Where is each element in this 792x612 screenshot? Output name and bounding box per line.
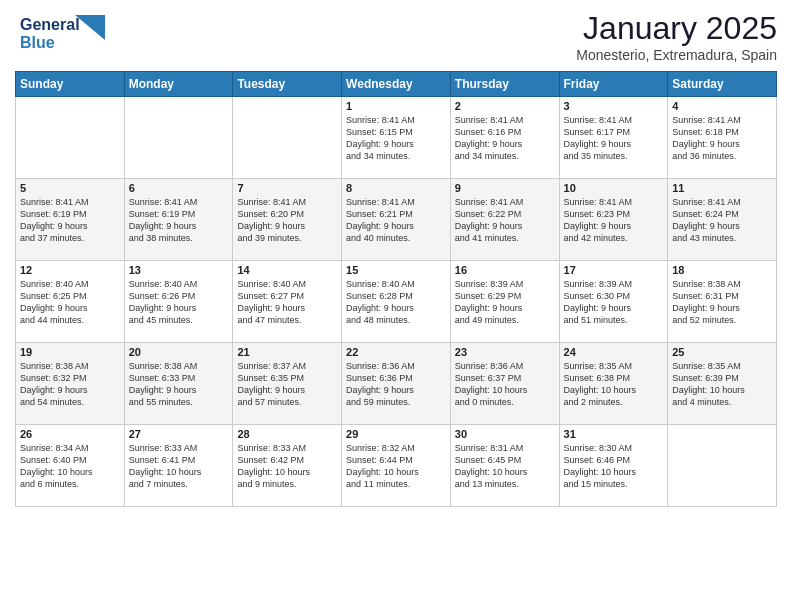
day-info: Sunrise: 8:38 AM Sunset: 6:31 PM Dayligh… xyxy=(672,278,772,327)
day-number: 8 xyxy=(346,182,446,194)
day-info: Sunrise: 8:39 AM Sunset: 6:29 PM Dayligh… xyxy=(455,278,555,327)
header-day: Thursday xyxy=(450,72,559,97)
day-info: Sunrise: 8:41 AM Sunset: 6:17 PM Dayligh… xyxy=(564,114,664,163)
day-number: 24 xyxy=(564,346,664,358)
day-info: Sunrise: 8:37 AM Sunset: 6:35 PM Dayligh… xyxy=(237,360,337,409)
day-info: Sunrise: 8:36 AM Sunset: 6:36 PM Dayligh… xyxy=(346,360,446,409)
day-number: 7 xyxy=(237,182,337,194)
day-info: Sunrise: 8:40 AM Sunset: 6:28 PM Dayligh… xyxy=(346,278,446,327)
day-number: 19 xyxy=(20,346,120,358)
main-container: General Blue January 2025 Monesterio, Ex… xyxy=(0,0,792,512)
day-number: 10 xyxy=(564,182,664,194)
calendar-day: 12Sunrise: 8:40 AM Sunset: 6:25 PM Dayli… xyxy=(16,261,125,343)
calendar-day: 19Sunrise: 8:38 AM Sunset: 6:32 PM Dayli… xyxy=(16,343,125,425)
calendar-day: 15Sunrise: 8:40 AM Sunset: 6:28 PM Dayli… xyxy=(342,261,451,343)
day-number: 5 xyxy=(20,182,120,194)
calendar-day: 14Sunrise: 8:40 AM Sunset: 6:27 PM Dayli… xyxy=(233,261,342,343)
day-number: 6 xyxy=(129,182,229,194)
calendar-day: 20Sunrise: 8:38 AM Sunset: 6:33 PM Dayli… xyxy=(124,343,233,425)
calendar-day: 4Sunrise: 8:41 AM Sunset: 6:18 PM Daylig… xyxy=(668,97,777,179)
calendar-day: 3Sunrise: 8:41 AM Sunset: 6:17 PM Daylig… xyxy=(559,97,668,179)
calendar-day: 16Sunrise: 8:39 AM Sunset: 6:29 PM Dayli… xyxy=(450,261,559,343)
day-info: Sunrise: 8:41 AM Sunset: 6:22 PM Dayligh… xyxy=(455,196,555,245)
day-number: 1 xyxy=(346,100,446,112)
calendar-day: 23Sunrise: 8:36 AM Sunset: 6:37 PM Dayli… xyxy=(450,343,559,425)
calendar-day: 27Sunrise: 8:33 AM Sunset: 6:41 PM Dayli… xyxy=(124,425,233,507)
calendar-subtitle: Monesterio, Extremadura, Spain xyxy=(576,47,777,63)
header: General Blue January 2025 Monesterio, Ex… xyxy=(15,10,777,63)
day-info: Sunrise: 8:41 AM Sunset: 6:19 PM Dayligh… xyxy=(129,196,229,245)
day-info: Sunrise: 8:41 AM Sunset: 6:15 PM Dayligh… xyxy=(346,114,446,163)
day-number: 17 xyxy=(564,264,664,276)
day-info: Sunrise: 8:38 AM Sunset: 6:33 PM Dayligh… xyxy=(129,360,229,409)
calendar-day: 13Sunrise: 8:40 AM Sunset: 6:26 PM Dayli… xyxy=(124,261,233,343)
calendar-title: January 2025 xyxy=(576,10,777,47)
calendar-day xyxy=(233,97,342,179)
calendar-day xyxy=(16,97,125,179)
calendar-day: 17Sunrise: 8:39 AM Sunset: 6:30 PM Dayli… xyxy=(559,261,668,343)
calendar-day xyxy=(668,425,777,507)
header-day: Monday xyxy=(124,72,233,97)
day-number: 11 xyxy=(672,182,772,194)
day-number: 30 xyxy=(455,428,555,440)
title-section: January 2025 Monesterio, Extremadura, Sp… xyxy=(576,10,777,63)
day-info: Sunrise: 8:41 AM Sunset: 6:16 PM Dayligh… xyxy=(455,114,555,163)
day-info: Sunrise: 8:35 AM Sunset: 6:38 PM Dayligh… xyxy=(564,360,664,409)
calendar-day: 8Sunrise: 8:41 AM Sunset: 6:21 PM Daylig… xyxy=(342,179,451,261)
calendar-day: 25Sunrise: 8:35 AM Sunset: 6:39 PM Dayli… xyxy=(668,343,777,425)
day-number: 15 xyxy=(346,264,446,276)
day-info: Sunrise: 8:33 AM Sunset: 6:42 PM Dayligh… xyxy=(237,442,337,491)
day-number: 13 xyxy=(129,264,229,276)
calendar-day: 5Sunrise: 8:41 AM Sunset: 6:19 PM Daylig… xyxy=(16,179,125,261)
calendar-day: 24Sunrise: 8:35 AM Sunset: 6:38 PM Dayli… xyxy=(559,343,668,425)
day-info: Sunrise: 8:40 AM Sunset: 6:26 PM Dayligh… xyxy=(129,278,229,327)
day-info: Sunrise: 8:36 AM Sunset: 6:37 PM Dayligh… xyxy=(455,360,555,409)
svg-text:Blue: Blue xyxy=(20,34,55,51)
calendar-day: 22Sunrise: 8:36 AM Sunset: 6:36 PM Dayli… xyxy=(342,343,451,425)
day-number: 9 xyxy=(455,182,555,194)
calendar-day: 9Sunrise: 8:41 AM Sunset: 6:22 PM Daylig… xyxy=(450,179,559,261)
day-info: Sunrise: 8:41 AM Sunset: 6:19 PM Dayligh… xyxy=(20,196,120,245)
day-info: Sunrise: 8:41 AM Sunset: 6:20 PM Dayligh… xyxy=(237,196,337,245)
day-number: 28 xyxy=(237,428,337,440)
calendar-day: 11Sunrise: 8:41 AM Sunset: 6:24 PM Dayli… xyxy=(668,179,777,261)
day-number: 4 xyxy=(672,100,772,112)
calendar-day: 31Sunrise: 8:30 AM Sunset: 6:46 PM Dayli… xyxy=(559,425,668,507)
header-row: SundayMondayTuesdayWednesdayThursdayFrid… xyxy=(16,72,777,97)
day-number: 31 xyxy=(564,428,664,440)
calendar-day: 1Sunrise: 8:41 AM Sunset: 6:15 PM Daylig… xyxy=(342,97,451,179)
logo-svg: General Blue xyxy=(15,10,115,55)
day-number: 2 xyxy=(455,100,555,112)
calendar-week: 19Sunrise: 8:38 AM Sunset: 6:32 PM Dayli… xyxy=(16,343,777,425)
day-info: Sunrise: 8:40 AM Sunset: 6:27 PM Dayligh… xyxy=(237,278,337,327)
calendar-day xyxy=(124,97,233,179)
day-number: 21 xyxy=(237,346,337,358)
calendar-week: 1Sunrise: 8:41 AM Sunset: 6:15 PM Daylig… xyxy=(16,97,777,179)
day-info: Sunrise: 8:40 AM Sunset: 6:25 PM Dayligh… xyxy=(20,278,120,327)
calendar-day: 7Sunrise: 8:41 AM Sunset: 6:20 PM Daylig… xyxy=(233,179,342,261)
calendar-day: 30Sunrise: 8:31 AM Sunset: 6:45 PM Dayli… xyxy=(450,425,559,507)
day-info: Sunrise: 8:35 AM Sunset: 6:39 PM Dayligh… xyxy=(672,360,772,409)
header-day: Friday xyxy=(559,72,668,97)
logo: General Blue xyxy=(15,10,115,55)
header-day: Tuesday xyxy=(233,72,342,97)
day-number: 14 xyxy=(237,264,337,276)
calendar-week: 5Sunrise: 8:41 AM Sunset: 6:19 PM Daylig… xyxy=(16,179,777,261)
header-day: Saturday xyxy=(668,72,777,97)
calendar-day: 21Sunrise: 8:37 AM Sunset: 6:35 PM Dayli… xyxy=(233,343,342,425)
day-info: Sunrise: 8:41 AM Sunset: 6:18 PM Dayligh… xyxy=(672,114,772,163)
day-number: 23 xyxy=(455,346,555,358)
calendar-day: 26Sunrise: 8:34 AM Sunset: 6:40 PM Dayli… xyxy=(16,425,125,507)
day-info: Sunrise: 8:33 AM Sunset: 6:41 PM Dayligh… xyxy=(129,442,229,491)
calendar-day: 28Sunrise: 8:33 AM Sunset: 6:42 PM Dayli… xyxy=(233,425,342,507)
day-info: Sunrise: 8:38 AM Sunset: 6:32 PM Dayligh… xyxy=(20,360,120,409)
day-info: Sunrise: 8:30 AM Sunset: 6:46 PM Dayligh… xyxy=(564,442,664,491)
calendar-table: SundayMondayTuesdayWednesdayThursdayFrid… xyxy=(15,71,777,507)
day-info: Sunrise: 8:31 AM Sunset: 6:45 PM Dayligh… xyxy=(455,442,555,491)
calendar-day: 2Sunrise: 8:41 AM Sunset: 6:16 PM Daylig… xyxy=(450,97,559,179)
day-number: 3 xyxy=(564,100,664,112)
day-info: Sunrise: 8:41 AM Sunset: 6:24 PM Dayligh… xyxy=(672,196,772,245)
calendar-day: 10Sunrise: 8:41 AM Sunset: 6:23 PM Dayli… xyxy=(559,179,668,261)
day-info: Sunrise: 8:32 AM Sunset: 6:44 PM Dayligh… xyxy=(346,442,446,491)
day-info: Sunrise: 8:41 AM Sunset: 6:23 PM Dayligh… xyxy=(564,196,664,245)
